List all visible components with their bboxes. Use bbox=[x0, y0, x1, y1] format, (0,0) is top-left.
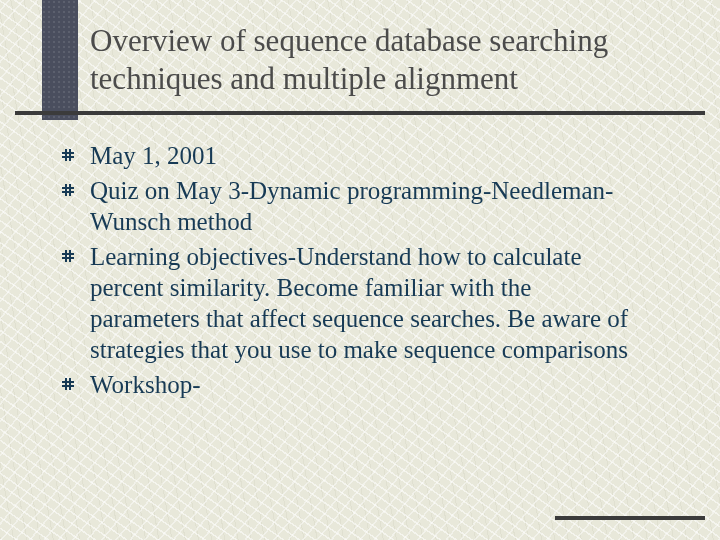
svg-rect-12 bbox=[62, 381, 74, 383]
svg-rect-14 bbox=[65, 378, 67, 390]
svg-rect-3 bbox=[69, 149, 71, 161]
svg-rect-7 bbox=[69, 184, 71, 196]
slide-title: Overview of sequence database searching … bbox=[90, 22, 660, 98]
list-item: Quiz on May 3-Dynamic programming-Needle… bbox=[60, 175, 630, 237]
body-content: May 1, 2001 Quiz on May 3-Dynamic progra… bbox=[60, 140, 630, 404]
svg-rect-0 bbox=[62, 152, 74, 154]
svg-rect-10 bbox=[65, 250, 67, 262]
svg-rect-11 bbox=[69, 250, 71, 262]
list-item: Workshop- bbox=[60, 369, 630, 400]
accent-block bbox=[42, 0, 78, 120]
svg-rect-9 bbox=[62, 257, 74, 259]
divider-bottom bbox=[555, 516, 705, 520]
bullet-icon bbox=[60, 147, 76, 163]
svg-rect-8 bbox=[62, 253, 74, 255]
svg-rect-6 bbox=[65, 184, 67, 196]
bullet-icon bbox=[60, 248, 76, 264]
svg-rect-13 bbox=[62, 385, 74, 387]
svg-rect-2 bbox=[65, 149, 67, 161]
list-item-text: May 1, 2001 bbox=[90, 140, 630, 171]
slide: Overview of sequence database searching … bbox=[0, 0, 720, 540]
bullet-icon bbox=[60, 182, 76, 198]
list-item-text: Workshop- bbox=[90, 369, 630, 400]
svg-rect-5 bbox=[62, 191, 74, 193]
list-item: May 1, 2001 bbox=[60, 140, 630, 171]
divider-main bbox=[15, 111, 705, 115]
svg-rect-4 bbox=[62, 187, 74, 189]
svg-rect-15 bbox=[69, 378, 71, 390]
list-item: Learning objectives-Understand how to ca… bbox=[60, 241, 630, 365]
bullet-icon bbox=[60, 376, 76, 392]
svg-rect-1 bbox=[62, 156, 74, 158]
list-item-text: Learning objectives-Understand how to ca… bbox=[90, 241, 630, 365]
list-item-text: Quiz on May 3-Dynamic programming-Needle… bbox=[90, 175, 630, 237]
